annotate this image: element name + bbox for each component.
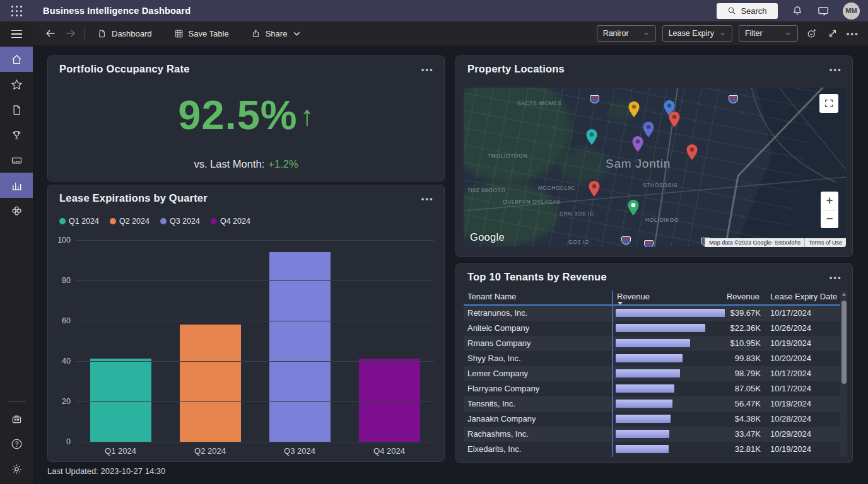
share-button[interactable]: Share [247,28,307,40]
map-pin-icon[interactable] [586,129,598,148]
dashboard-button[interactable]: Dashboard [93,28,156,40]
column-header-revenue[interactable]: Revenue [727,292,760,301]
app-title: Business Intelligence Dashboard [43,6,191,16]
search-button[interactable]: Search [717,3,778,19]
sidebar-item-star[interactable] [0,72,33,97]
y-axis-tick-label: 80 [50,276,71,285]
map-area-label: Holioikoo [645,217,679,223]
lease-expiry-cell: 10/20/2024 [770,351,811,366]
tenant-name-cell: Aniteic Company [467,321,529,336]
filter-dropdown-lease-expiry[interactable]: Lease Expiry [662,25,732,42]
map-pin-icon[interactable] [628,199,640,219]
sidebar-item-card[interactable] [0,147,33,173]
revenue-data-bar [616,369,680,377]
save-table-button[interactable]: Save Table [170,28,233,40]
hamburger-menu-icon[interactable] [0,21,33,47]
table-row[interactable]: Eixedarits, Inc.32.81K10/19/2024 [464,442,846,457]
map-pin-icon[interactable] [632,135,644,155]
map-zoom-out-button[interactable]: − [821,210,838,229]
table-row[interactable]: Tensnits, Inc.56.47K10/19/2024 [464,396,846,412]
sidebar-item-apps[interactable] [0,406,33,431]
column-header-revenue-bar[interactable]: Revenue [617,292,650,301]
toolbar-right: RanirorLease ExpiryFilter [597,25,859,42]
y-axis-tick-label: 60 [50,316,71,325]
table-row[interactable]: Flarryane Company87.05K10/17/2024 [464,381,846,396]
map-fullscreen-button[interactable] [819,94,838,113]
column-header-lease-expiry[interactable]: Lease Expiry Date [770,292,837,301]
map-pin-icon[interactable] [589,180,601,200]
map[interactable]: Sam Jontin + − Google Map data ©2023 Goo… [464,88,846,247]
revenue-data-bar [616,415,671,423]
sidebar-item-help[interactable] [0,431,33,456]
notifications-bell-icon[interactable] [791,4,804,17]
map-pin-icon[interactable] [686,144,698,163]
kpi-comparison: vs. Last Month:+1.2% [48,158,444,170]
bar-q4-2024[interactable] [359,359,420,442]
highway-shield-icon [590,95,599,103]
sidebar-item-settings[interactable] [0,456,33,481]
map-terms-link[interactable]: Terms of Use [804,238,846,247]
bar-q1-2024[interactable] [90,359,151,442]
revenue-value-cell: 87.05K [735,381,761,396]
map-area-label: 7I0Z 68OOTO [467,187,505,193]
legend-item-q1-2024[interactable]: Q1 2024 [59,217,99,226]
sidebar-item-widgets[interactable] [0,198,33,223]
bar-q2-2024[interactable] [180,325,241,442]
map-pin-icon[interactable] [643,121,655,141]
legend-dot-icon [211,218,217,224]
chevron-down-icon [643,30,650,37]
map-zoom-in-button[interactable]: + [821,192,838,210]
revenue-value-cell: $4.38K [735,412,761,427]
table-row[interactable]: Rachashms, Inc.33.47K10/29/2024 [464,427,846,442]
forward-arrow-icon[interactable] [64,27,77,40]
bar-slot [255,241,344,442]
revenue-value-cell: $22.36K [730,321,761,336]
home-icon [10,53,23,66]
map-pin-icon[interactable] [669,111,681,130]
screen-share-monitor-icon[interactable] [817,4,830,17]
map-area-label: Crn 3os Ic [560,210,594,217]
sidebar-item-home[interactable] [0,47,33,72]
expand-fullscreen-icon[interactable] [826,26,840,40]
sidebar-item-trophy[interactable] [0,122,33,147]
chart-more-options-icon[interactable] [421,193,434,204]
map-pin-icon[interactable] [628,101,640,120]
chart-bars [76,241,434,442]
kpi-more-options-icon[interactable] [421,64,434,75]
table-row[interactable]: Janaakn Company$4.38K10/28/2024 [464,412,846,427]
copilot-icon[interactable] [805,26,819,40]
filter-dropdown-filter[interactable]: Filter [739,25,798,42]
table-row[interactable]: Rmans Company$10.95K10/19/2024 [464,336,846,351]
column-header-tenant-name[interactable]: Tenant Name [467,292,516,301]
back-arrow-icon[interactable] [44,27,57,40]
table-card-title: Top 10 Tenants by Revenue [467,271,607,283]
toolbar-divider [85,27,85,40]
table-row[interactable]: Aniteic Company$22.36K10/26/2024 [464,321,846,336]
kpi-card-occupancy: Portfolio Occupancy Rate 92.5%↑ vs. Last… [47,55,445,182]
table-row[interactable]: Shyy Rao, Inc.99.83K10/20/2024 [464,351,846,366]
table-row[interactable]: Lemer Company98.79K10/17/2024 [464,366,846,381]
map-zoom-control: + − [821,192,838,228]
table-more-options-icon[interactable] [830,272,842,283]
clipboard-icon [10,103,23,117]
legend-item-q4-2024[interactable]: Q4 2024 [211,217,250,226]
map-more-options-icon[interactable] [830,64,842,75]
top-bar: Business Intelligence Dashboard Search M… [0,0,868,21]
toolbar-more-options-icon[interactable] [847,28,859,39]
avatar[interactable]: MM [843,3,860,20]
table-row[interactable]: Retranunos, Inc.$39.67K10/17/2024 [464,306,846,321]
table-scrollbar[interactable] [840,291,847,457]
sidebar-divider [7,401,26,402]
bar-slot [344,241,434,442]
chart-card-title: Lease Expirations by Quarter [59,192,208,204]
legend-item-q3-2024[interactable]: Q3 2024 [160,217,200,226]
scrollbar-thumb[interactable] [842,301,847,384]
lease-expiry-cell: 10/28/2024 [770,412,811,427]
legend-item-q2-2024[interactable]: Q2 2024 [110,217,150,226]
scrollbar-up-arrow-icon[interactable] [842,293,846,296]
app-launcher-icon[interactable] [9,4,23,18]
sidebar-item-bar-chart[interactable] [0,173,33,198]
sidebar-items [0,47,33,223]
filter-dropdown-raniror[interactable]: Raniror [597,25,656,42]
sidebar-item-clipboard[interactable] [0,97,33,122]
